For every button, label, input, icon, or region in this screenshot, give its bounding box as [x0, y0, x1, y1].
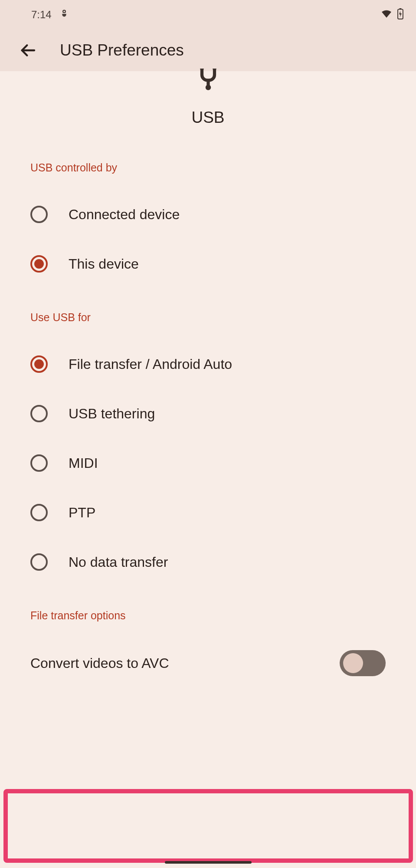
radio-icon — [30, 355, 48, 373]
wifi-icon — [380, 9, 393, 20]
radio-label: This device — [69, 256, 139, 272]
radio-icon — [30, 206, 48, 223]
usb-icon — [0, 69, 416, 94]
status-left: 7:14 — [31, 9, 69, 21]
status-bar: 7:14 — [0, 0, 416, 30]
radio-icon — [30, 454, 48, 472]
content: USB USB controlled by Connected device T… — [0, 69, 416, 689]
radio-label: No data transfer — [69, 554, 168, 570]
toggle-icon — [340, 650, 386, 676]
radio-label: File transfer / Android Auto — [69, 356, 232, 372]
radio-icon — [30, 255, 48, 273]
page-title: USB Preferences — [60, 41, 184, 59]
radio-file-transfer[interactable]: File transfer / Android Auto — [0, 339, 416, 389]
switch-label: Convert videos to AVC — [30, 655, 169, 671]
radio-label: PTP — [69, 505, 95, 521]
radio-midi[interactable]: MIDI — [0, 438, 416, 488]
section-header-file-transfer-options: File transfer options — [0, 609, 416, 638]
nav-indicator — [165, 861, 252, 864]
app-bar: USB Preferences — [0, 30, 416, 71]
radio-no-data-transfer[interactable]: No data transfer — [0, 537, 416, 587]
radio-icon — [30, 405, 48, 422]
usb-header: USB — [0, 69, 416, 161]
status-right — [380, 8, 404, 21]
radio-icon — [30, 553, 48, 571]
svg-rect-2 — [400, 8, 402, 10]
radio-this-device[interactable]: This device — [0, 239, 416, 289]
radio-ptp[interactable]: PTP — [0, 488, 416, 537]
highlight-annotation — [3, 789, 413, 863]
radio-label: USB tethering — [69, 406, 155, 422]
switch-convert-to-avc[interactable]: Convert videos to AVC — [0, 638, 416, 689]
battery-icon — [397, 8, 404, 21]
svg-point-0 — [63, 10, 66, 13]
svg-rect-6 — [206, 79, 210, 86]
status-time: 7:14 — [31, 9, 52, 21]
svg-point-7 — [205, 85, 210, 90]
radio-icon — [30, 504, 48, 521]
section-header-use-for: Use USB for — [0, 311, 416, 339]
radio-label: MIDI — [69, 455, 98, 471]
bug-icon — [59, 9, 69, 20]
section-header-controlled-by: USB controlled by — [0, 161, 416, 190]
radio-connected-device[interactable]: Connected device — [0, 190, 416, 239]
radio-label: Connected device — [69, 207, 180, 223]
radio-usb-tethering[interactable]: USB tethering — [0, 389, 416, 438]
back-button[interactable] — [19, 42, 36, 59]
usb-label: USB — [0, 108, 416, 127]
